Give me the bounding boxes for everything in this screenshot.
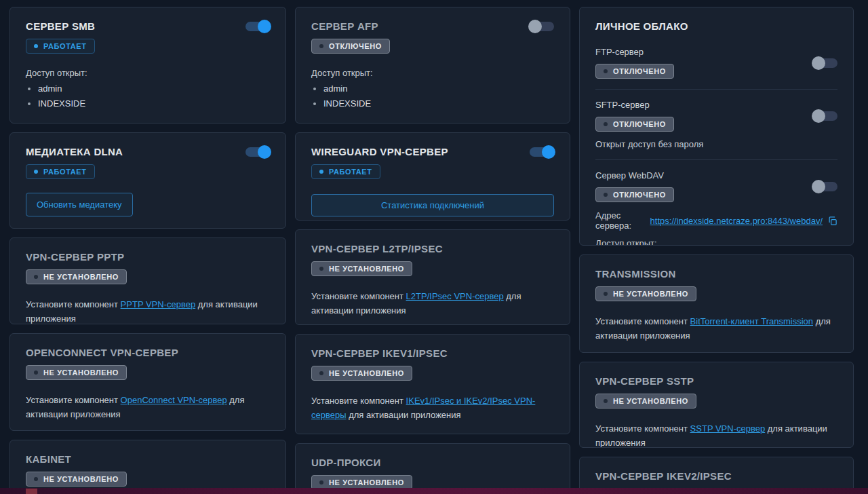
toggle-knob <box>528 20 542 33</box>
pptp-component-link[interactable]: PPTP VPN-сервер <box>121 299 196 309</box>
list-item: admin <box>38 83 270 94</box>
openconnect-component-link[interactable]: OpenConnect VPN-сервер <box>121 395 227 405</box>
status-dot-icon <box>319 480 323 484</box>
ftp-toggle[interactable] <box>813 58 837 68</box>
pptp-title: VPN-СЕРВЕР PPTP <box>26 251 270 263</box>
l2tp-component-link[interactable]: L2TP/IPsec VPN-сервер <box>406 291 504 301</box>
afp-title: СЕРВЕР AFP <box>311 20 378 32</box>
transmission-component-link[interactable]: BitTorrent-клиент Transmission <box>690 316 813 326</box>
sftp-row: SFTP-сервер ОТКЛЮЧЕНО <box>595 100 837 132</box>
status-dot-icon <box>319 267 323 271</box>
card-personal-cloud: ЛИЧНОЕ ОБЛАКО FTP-сервер ОТКЛЮЧЕНО SFTP-… <box>579 7 854 246</box>
list-item: admin <box>323 83 554 94</box>
afp-status-badge: ОТКЛЮЧЕНО <box>311 39 390 54</box>
dlna-title: МЕДИАТЕКА DLNA <box>26 146 123 157</box>
sstp-title: VPN-СЕРВЕР SSTP <box>595 375 837 387</box>
card-pptp: VPN-СЕРВЕР PPTP НЕ УСТАНОВЛЕНО Установит… <box>9 238 286 324</box>
divider <box>595 89 837 90</box>
ftp-row: FTP-сервер ОТКЛЮЧЕНО <box>595 47 837 79</box>
l2tp-title: VPN-СЕРВЕР L2TP/IPSEC <box>311 243 554 254</box>
list-item: INDEXSIDE <box>38 98 270 109</box>
webdav-address-label: Адрес сервера: <box>595 210 646 231</box>
kabinet-title: КАБINET <box>26 453 270 465</box>
l2tp-install-hint: Установите компонент L2TP/IPsec VPN-серв… <box>311 289 554 318</box>
apps-grid: СЕРВЕР SMB РАБОТАЕТ Доступ открыт: admin… <box>0 0 868 494</box>
copy-icon[interactable] <box>827 216 837 226</box>
dlna-toggle[interactable] <box>245 147 270 157</box>
ftp-status-badge: ОТКЛЮЧЕНО <box>595 64 674 79</box>
card-afp: СЕРВЕР AFP ОТКЛЮЧЕНО Доступ открыт: admi… <box>295 7 570 124</box>
status-dot-icon <box>604 122 608 126</box>
sftp-toggle[interactable] <box>813 111 837 121</box>
afp-toggle[interactable] <box>530 22 554 31</box>
card-openconnect: OPENCONNECT VPN-СЕРВЕР НЕ УСТАНОВЛЕНО Ус… <box>9 333 286 431</box>
card-l2tp: VPN-СЕРВЕР L2TP/IPSEC НЕ УСТАНОВЛЕНО Уст… <box>295 229 570 325</box>
ikev1-status-badge: НЕ УСТАНОВЛЕНО <box>311 366 412 381</box>
afp-users-list: admin INDEXSIDE <box>311 83 554 109</box>
ikev1-title: VPN-СЕРВЕР IKEV1/IPSEC <box>311 347 554 359</box>
status-dot-icon <box>604 69 608 73</box>
webdav-label: Сервер WebDAV <box>595 170 674 180</box>
webdav-address-line: Адрес сервера: https://indexside.netcraz… <box>595 210 837 231</box>
udp-proxy-title: UDP-ПРОКСИ <box>311 457 554 468</box>
toggle-knob <box>812 109 825 123</box>
sstp-component-link[interactable]: SSTP VPN-сервер <box>690 423 766 434</box>
wireguard-status-badge: РАБОТАЕТ <box>311 164 380 179</box>
status-dot-icon <box>604 399 608 403</box>
openconnect-install-hint: Установите компонент OpenConnect VPN-сер… <box>26 393 270 422</box>
transmission-install-hint: Установите компонент BitTorrent-клиент T… <box>595 314 837 343</box>
bottom-edge-bar <box>0 488 868 494</box>
toggle-knob <box>542 145 555 159</box>
sstp-install-hint: Установите компонент SSTP VPN-сервер для… <box>595 421 837 448</box>
smb-title: СЕРВЕР SMB <box>26 20 95 32</box>
refresh-media-library-button[interactable]: Обновить медиатеку <box>26 193 133 216</box>
status-dot-icon <box>34 370 38 375</box>
bottom-bar-marker <box>26 489 37 494</box>
status-dot-icon <box>34 44 38 48</box>
connection-stats-button[interactable]: Статистика подключений <box>311 194 554 216</box>
card-kabinet: КАБINET НЕ УСТАНОВЛЕНО <box>9 440 286 494</box>
kabinet-status-badge: НЕ УСТАНОВЛЕНО <box>26 472 127 487</box>
smb-toggle[interactable] <box>245 22 270 31</box>
status-dot-icon <box>34 477 38 481</box>
dlna-status-badge: РАБОТАЕТ <box>26 164 95 179</box>
card-transmission: TRANSMISSION НЕ УСТАНОВЛЕНО Установите к… <box>579 254 854 353</box>
status-dot-icon <box>319 371 323 375</box>
card-wireguard: WIREGUARD VPN-СЕРВЕР РАБОТАЕТ Статистика… <box>295 132 570 221</box>
openconnect-status-badge: НЕ УСТАНОВЛЕНО <box>26 365 127 380</box>
status-dot-icon <box>604 193 608 197</box>
card-sstp: VPN-СЕРВЕР SSTP НЕ УСТАНОВЛЕНО Установит… <box>579 362 854 448</box>
toggle-knob <box>812 56 825 70</box>
webdav-status-badge: ОТКЛЮЧЕНО <box>595 187 674 202</box>
card-smb: СЕРВЕР SMB РАБОТАЕТ Доступ открыт: admin… <box>9 7 286 124</box>
ikev2-title: VPN-СЕРВЕР IKEV2/IPSEC <box>595 470 837 482</box>
column-right: ЛИЧНОЕ ОБЛАКО FTP-сервер ОТКЛЮЧЕНО SFTP-… <box>579 7 854 494</box>
smb-access-label: Доступ открыт: <box>26 68 270 78</box>
toggle-knob <box>258 20 271 33</box>
transmission-status-badge: НЕ УСТАНОВЛЕНО <box>595 286 696 301</box>
sstp-status-badge: НЕ УСТАНОВЛЕНО <box>595 394 696 408</box>
divider <box>595 159 837 160</box>
webdav-toggle[interactable] <box>813 182 837 191</box>
card-ikev1: VPN-СЕРВЕР IKEV1/IPSEC НЕ УСТАНОВЛЕНО Ус… <box>295 334 570 434</box>
webdav-address-link[interactable]: https://indexside.netcraze.pro:8443/webd… <box>650 216 823 226</box>
column-left: СЕРВЕР SMB РАБОТАЕТ Доступ открыт: admin… <box>9 7 286 494</box>
ikev1-install-hint: Установите компонент IKEv1/IPsec и IKEv2… <box>311 394 554 423</box>
wireguard-title: WIREGUARD VPN-СЕРВЕР <box>311 146 448 157</box>
card-udp-proxy: UDP-ПРОКСИ НЕ УСТАНОВЛЕНО <box>295 443 570 494</box>
transmission-title: TRANSMISSION <box>595 268 837 280</box>
status-dot-icon <box>604 292 608 296</box>
toggle-knob <box>258 145 271 159</box>
sftp-no-password-note: Открыт доступ без пароля <box>595 139 837 149</box>
sftp-label: SFTP-сервер <box>595 100 674 110</box>
smb-status-badge: РАБОТАЕТ <box>26 39 95 54</box>
openconnect-title: OPENCONNECT VPN-СЕРВЕР <box>26 347 270 358</box>
l2tp-status-badge: НЕ УСТАНОВЛЕНО <box>311 261 412 276</box>
pptp-status-badge: НЕ УСТАНОВЛЕНО <box>26 269 127 284</box>
pptp-install-hint: Установите компонент PPTP VPN-сервер для… <box>26 297 270 324</box>
ftp-label: FTP-сервер <box>595 47 674 57</box>
card-dlna: МЕДИАТЕКА DLNA РАБОТАЕТ Обновить медиате… <box>9 132 286 229</box>
wireguard-toggle[interactable] <box>530 147 554 157</box>
status-dot-icon <box>319 44 323 48</box>
webdav-row: Сервер WebDAV ОТКЛЮЧЕНО <box>595 170 837 202</box>
